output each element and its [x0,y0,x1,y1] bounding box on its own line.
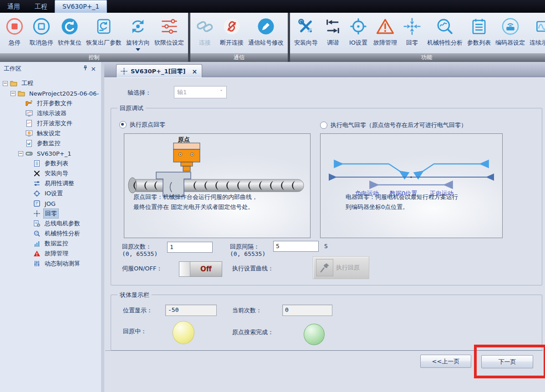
tab-close-icon[interactable]: × [192,68,197,75]
tree-item-label: IO设置 [43,189,64,198]
tree-item-label: 故障管理 [43,249,70,258]
tune-sliders-icon [33,180,41,187]
radio-electrical-label: 执行电气回零（原点信号存在后才可进行电气回零） [331,121,467,129]
tool-connect[interactable]: 连接 [192,14,218,53]
tool-station-edit[interactable]: 通信站号修改 [246,14,286,53]
tree-item-NewProject2025-06-06-[interactable]: NewProject2025-06-06- [0,88,101,98]
tree-item-SV630P+_1[interactable]: SV630P+_1 [0,148,101,158]
tool-encoder-setting[interactable]: 编码器设定 [493,14,527,53]
radio-electrical-homing[interactable]: 执行电气回零（原点信号存在后才可进行电气回零） [320,121,467,129]
tool-mech-analysis[interactable]: 机械特性分析 [425,14,465,53]
tool-rotation-direction[interactable]: 旋转方向 [124,14,152,53]
scope-monitor-icon [25,110,33,117]
soft-limit-icon [159,15,180,37]
expander-icon[interactable] [18,151,23,156]
tree-item-回零[interactable]: 回零 [0,209,101,219]
origin-point-label: 原点 [178,136,190,144]
homing-icon [402,15,423,37]
menu-tab-工程[interactable]: 工程 [27,0,55,13]
previous-page-button[interactable]: <<上一页 [420,355,471,368]
tool-install-wizard[interactable]: 安装向导 [292,14,320,53]
tree-item-工程[interactable]: 工程 [0,78,101,88]
tree-item-JOG[interactable]: JOG [0,199,101,209]
io-settings-icon [348,15,369,37]
tree-item-label: 数据监控 [43,239,70,248]
electrical-homing-diagram: 负向运动 数据0位置 正向运动 电器回零：伺服电机会以最短行程方案运行 到编码器… [320,133,503,238]
menu-tab-SV630P+_1[interactable]: SV630P+_1 [55,0,107,13]
execute-homing-label: 执行回原 [336,264,360,272]
brake-calc-icon [33,260,41,267]
tree-item-故障管理[interactable]: 故障管理 [0,249,101,259]
tool-disconnect[interactable]: 断开连接 [218,14,246,53]
tree-item-IO设置[interactable]: IO设置 [0,188,101,199]
tool-software-reset[interactable]: 软件复位 [56,14,84,53]
next-page-button[interactable]: 下一页 [481,355,533,368]
tree-item-label: 连续示波器 [36,109,68,118]
tab-sv630p-homing[interactable]: SV630P+_1[回零] × [116,64,202,78]
leadscrew-graphic [124,134,310,238]
expander-icon[interactable] [3,81,8,86]
tool-soft-limit[interactable]: 软限位设定 [152,14,186,53]
ribbon-group: 安装向导调谐IO设置故障管理回零机械特性分析参数列表编码器设定连续示波器功能 [290,13,545,62]
folder-icon [10,80,18,87]
tree-item-触发设定[interactable]: 触发设定 [0,128,101,138]
tree-item-label: 易用性调整 [43,179,76,188]
pin-icon[interactable] [81,65,89,72]
tool-fault-management[interactable]: 故障管理 [371,14,399,53]
tree-item-label: 参数列表 [43,159,70,168]
tool-homing[interactable]: 回零 [399,14,425,53]
tool-factory-reset[interactable]: 恢复出厂参数 [84,14,124,53]
homing-in-progress-indicator [173,321,194,344]
tuning-icon [322,15,343,37]
homing-interval-input[interactable]: 5 [273,241,319,252]
tool-label: 软限位设定 [154,39,184,47]
tree-item-总线电机参数[interactable]: 总线电机参数 [0,219,101,229]
servo-onoff-toggle[interactable]: Off [179,261,222,277]
execute-homing-button[interactable]: 执行回原 [313,256,369,279]
menu-tab-通用[interactable]: 通用 [0,0,27,13]
tool-param-list[interactable]: 参数列表 [465,14,493,53]
motion-arrows-graphic [321,134,502,238]
status-display-group: 状体显示栏 [111,295,542,351]
tree-item-参数监控[interactable]: 参数监控 [0,138,101,148]
axis-select-dropdown[interactable]: 轴1 ˅ [174,86,227,98]
tool-tuning[interactable]: 调谐 [320,14,346,53]
tree-item-连续示波器[interactable]: 连续示波器 [0,108,101,118]
radio-origin-homing[interactable]: 执行原点回零 [119,121,165,129]
close-icon[interactable]: × [89,65,97,72]
software-reset-icon [59,15,80,37]
tree-item-动态制动测算[interactable]: 动态制动测算 [0,259,101,269]
expander-icon[interactable] [10,91,15,96]
install-wizard-icon [295,15,316,37]
tool-oscilloscope[interactable]: 连续示波器 [527,14,545,53]
data-monitor-icon [33,240,41,247]
chevron-down-icon: ˅ [216,89,226,96]
tree-item-机械特性分析[interactable]: 机械特性分析 [0,229,101,239]
document-tabstrip: SV630P+_1[回零] × [104,62,545,78]
folder-icon [18,90,25,97]
tree-item-打开参数文件[interactable]: 打开参数文件 [0,98,101,108]
radio-icon [320,122,327,129]
tool-emergency-stop[interactable]: 急停 [2,14,27,53]
tool-label: 回零 [406,39,418,47]
doc-list-icon [33,160,41,167]
tree-item-打开波形文件[interactable]: 打开波形文件 [0,118,101,128]
tree-item-label: 触发设定 [36,129,62,138]
connect-icon [194,15,215,37]
tree-item-label: 回零 [43,209,59,219]
tool-label: 故障管理 [373,39,397,47]
origin-search-done-label: 原点搜索完成： [232,328,274,336]
homing-times-input[interactable]: 1 [167,242,213,253]
tree-item-参数列表[interactable]: 参数列表 [0,158,101,168]
tool-cancel-emergency-stop[interactable]: 取消急停 [27,14,56,53]
tree-item-数据监控[interactable]: 数据监控 [0,239,101,249]
homing-interval-range: (0, 65535) [230,250,265,257]
tree-item-易用性调整[interactable]: 易用性调整 [0,178,101,188]
workspace-header: 工作区 × [0,62,101,76]
homing-in-progress-label: 回原中： [123,327,147,336]
splitter[interactable] [101,62,104,392]
chevron-down-icon[interactable] [136,48,140,53]
tool-io-settings[interactable]: IO设置 [346,14,371,53]
tree-item-安装向导[interactable]: 安装向导 [0,168,101,178]
toggle-knob [179,262,190,276]
